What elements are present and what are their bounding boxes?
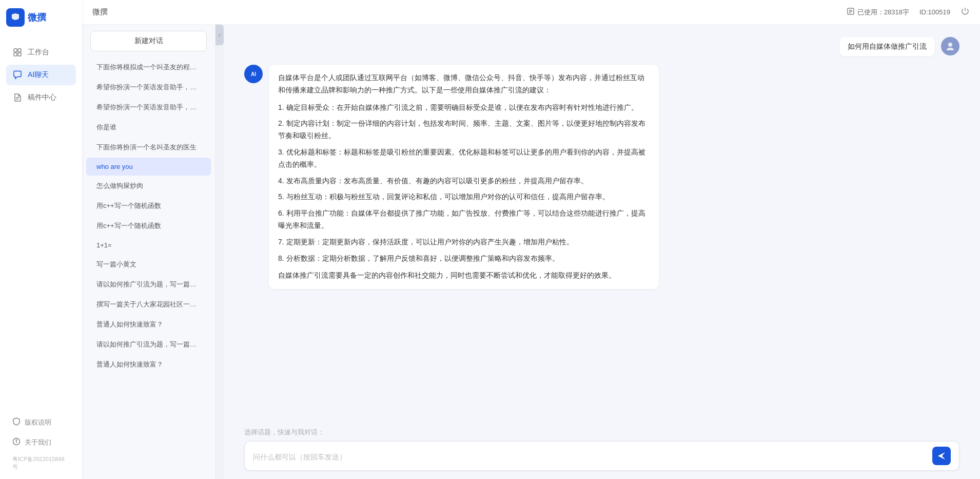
svg-rect-2 <box>14 53 17 56</box>
usage-info: 已使用：28318字 <box>847 8 909 17</box>
content-area: 新建对话 下面你将模拟成一个叫圣友的程序员，我说... 希望你扮演一个英语发音助… <box>82 25 980 479</box>
chat-main: 如何用自媒体做推广引流 AI <box>224 25 980 479</box>
user-id: ID:100519 <box>919 8 950 16</box>
list-item[interactable]: 怎么做狗屎炒肉 <box>86 176 211 196</box>
list-item[interactable]: 普通人如何快速致富？ <box>86 315 211 334</box>
sidebar-item-ai-chat[interactable]: AI聊天 <box>6 65 76 85</box>
list-item[interactable]: 你是谁 <box>86 118 211 137</box>
list-item[interactable]: 撰写一篇关于八大家花园社区一刻钟便民生... <box>86 295 211 314</box>
ai-message-content: 自媒体平台是个人或团队通过互联网平台（如博客、微博、微信公众号、抖音、快手等）发… <box>269 65 659 289</box>
new-chat-button[interactable]: 新建对话 <box>90 31 207 51</box>
list-item[interactable]: 希望你扮演一个英语发音助手，我提供给你... <box>86 98 211 117</box>
ai-para-1: 1. 确定目标受众：在开始自媒体推广引流之前，需要明确目标受众是谁，以便在发布内… <box>278 102 650 114</box>
sidebar-item-workspace-label: 工作台 <box>28 48 49 57</box>
svg-point-13 <box>948 43 952 47</box>
ai-para-4: 4. 发布高质量内容：发布高质量、有价值、有趣的内容可以吸引更多的粉丝，并提高用… <box>278 175 650 187</box>
sidebar-item-ai-chat-label: AI聊天 <box>28 70 49 80</box>
usage-text: 已使用：28318字 <box>857 8 909 17</box>
list-item[interactable]: 1+1= <box>86 236 211 254</box>
footer-item-about[interactable]: 关于我们 <box>6 433 76 451</box>
beian-text: 粤ICP备2022015848号 <box>6 453 76 473</box>
footer-item-copyright[interactable]: 版权说明 <box>6 413 76 431</box>
ai-avatar: AI <box>244 65 263 83</box>
svg-rect-1 <box>18 49 21 52</box>
ai-message-row: AI 自媒体平台是个人或团队通过互联网平台（如博客、微博、微信公众号、抖音、快手… <box>244 65 959 289</box>
list-item[interactable]: 下面你将扮演一个名叫圣友的医生 <box>86 138 211 157</box>
list-item-active[interactable]: who are you <box>86 158 211 176</box>
sidebar-item-draft[interactable]: 稿件中心 <box>6 87 76 108</box>
ai-para-6: 6. 利用平台推广功能：自媒体平台都提供了推广功能，如广告投放、付费推广等，可以… <box>278 207 650 232</box>
list-item[interactable]: 请以如何推广引流为题，写一篇大纲 <box>86 335 211 354</box>
list-item[interactable]: 下面你将模拟成一个叫圣友的程序员，我说... <box>86 58 211 77</box>
chat-input[interactable] <box>253 453 928 465</box>
svg-rect-0 <box>14 49 17 52</box>
info-icon <box>847 8 854 16</box>
user-message-content: 如何用自媒体做推广引流 <box>839 37 935 56</box>
grid-icon <box>12 47 23 58</box>
app-title: 微撰 <box>28 11 46 24</box>
list-item[interactable]: 用c++写一个随机函数 <box>86 196 211 216</box>
list-item[interactable]: 用c++写一个随机函数 <box>86 216 211 236</box>
chat-icon <box>12 70 23 80</box>
file-icon <box>12 92 23 103</box>
sidebar-item-workspace[interactable]: 工作台 <box>6 42 76 63</box>
about-label: 关于我们 <box>25 438 51 447</box>
user-avatar <box>941 37 959 55</box>
copyright-label: 版权说明 <box>25 418 51 427</box>
list-item[interactable]: 普通人如何快速致富？ <box>86 355 211 374</box>
quick-topics-label: 选择话题，快速与我对话： <box>244 428 959 437</box>
input-area: 选择话题，快速与我对话： <box>224 424 980 479</box>
send-button[interactable] <box>932 447 951 465</box>
svg-text:AI: AI <box>251 71 256 77</box>
messages-area: 如何用自媒体做推广引流 AI <box>224 25 980 424</box>
main-area: 微撰 已使用：28318字 ID:100519 <box>82 0 980 479</box>
ai-para-2: 2. 制定内容计划：制定一份详细的内容计划，包括发布时间、频率、主题、文案、图片… <box>278 118 650 142</box>
topbar: 微撰 已使用：28318字 ID:100519 <box>82 0 980 25</box>
shield-icon <box>12 417 21 427</box>
chat-list: 新建对话 下面你将模拟成一个叫圣友的程序员，我说... 希望你扮演一个英语发音助… <box>82 25 215 479</box>
collapse-button[interactable]: ‹ <box>215 25 224 45</box>
sidebar: 微撰 工作台 AI聊天 <box>0 0 82 479</box>
logo: 微撰 <box>0 8 82 27</box>
list-item[interactable]: 写一篇小黄文 <box>86 255 211 274</box>
nav-items: 工作台 AI聊天 稿件中心 <box>0 42 82 108</box>
ai-para-8: 8. 分析数据：定期分析数据，了解用户反馈和喜好，以便调整推广策略和内容发布频率… <box>278 253 650 265</box>
ai-para-5: 5. 与粉丝互动：积极与粉丝互动，回复评论和私信，可以增加用户对你的认可和信任，… <box>278 191 650 203</box>
sidebar-item-draft-label: 稿件中心 <box>28 93 56 102</box>
info-circle-icon <box>12 437 21 447</box>
sidebar-footer: 版权说明 关于我们 粤ICP备2022015848号 <box>0 407 82 479</box>
list-item[interactable]: 希望你扮演一个英语发音助手，我提供给你... <box>86 78 211 97</box>
ai-para-3: 3. 优化标题和标签：标题和标签是吸引粉丝的重要因素。优化标题和标签可以让更多的… <box>278 146 650 171</box>
list-item[interactable]: 请以如何推广引流为题，写一篇大纲 <box>86 275 211 294</box>
logo-icon <box>6 8 25 27</box>
svg-point-8 <box>16 439 17 440</box>
svg-rect-3 <box>18 53 21 56</box>
topbar-right: 已使用：28318字 ID:100519 <box>847 7 970 17</box>
power-button[interactable] <box>961 7 970 17</box>
input-box <box>244 441 959 471</box>
ai-para-0: 自媒体平台是个人或团队通过互联网平台（如博客、微博、微信公众号、抖音、快手等）发… <box>278 72 650 97</box>
ai-para-7: 7. 定期更新：定期更新内容，保持活跃度，可以让用户对你的内容产生兴趣，增加用户… <box>278 236 650 248</box>
ai-para-9: 自媒体推广引流需要具备一定的内容创作和社交能力，同时也需要不断尝试和优化，才能取… <box>278 270 650 282</box>
user-message-row: 如何用自媒体做推广引流 <box>244 37 959 56</box>
topbar-title: 微撰 <box>92 7 108 17</box>
